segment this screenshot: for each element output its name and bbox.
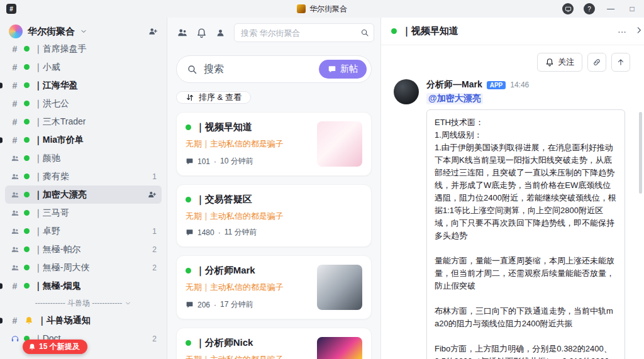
unread-indicator xyxy=(0,82,3,88)
collapse-panel-icon[interactable] xyxy=(635,26,643,35)
status-dot xyxy=(24,246,30,252)
sidebar-item-gongyouchai[interactable]: ｜龚有柴 1 xyxy=(5,167,162,185)
post-thumbnail xyxy=(317,121,362,167)
mentions-toast-label: 15 个新提及 xyxy=(39,341,80,352)
link-icon xyxy=(592,58,601,67)
maximize-button[interactable]: □ xyxy=(626,3,638,14)
status-dot xyxy=(24,137,30,143)
channel-label: ｜加密大漂亮 xyxy=(34,189,87,201)
status-dot xyxy=(24,119,30,124)
bell-icon xyxy=(545,58,554,67)
channel-label: ｜無極-周大侠 xyxy=(34,262,89,273)
question-icon: ? xyxy=(587,6,591,13)
comment-icon xyxy=(186,157,194,165)
window-app-icon: # xyxy=(6,4,16,14)
sort-view-button[interactable]: 排序 & 查看 xyxy=(176,91,251,104)
status-dot xyxy=(186,268,191,273)
hash-icon: # xyxy=(10,99,19,109)
forum-channel-icon xyxy=(10,191,19,199)
post-title: ｜交易答疑区 xyxy=(196,194,252,206)
forum-search-bar[interactable]: 搜索 新帖 xyxy=(176,55,372,83)
sidebar-item-shouxicaopanshou[interactable]: # ｜首席操盘手 xyxy=(5,40,162,58)
meta-separator: · xyxy=(218,228,221,237)
window-title-area: 华尔街聚合 xyxy=(297,0,347,18)
scroll-top-button[interactable] xyxy=(611,53,630,72)
copy-link-button[interactable] xyxy=(587,53,606,72)
unread-indicator xyxy=(0,283,3,289)
thread-panel: ｜视频早知道 ··· 关注 分析师—Mark APP 14:46 xyxy=(381,18,644,359)
post-card-fenxishi-mark[interactable]: ｜分析师Mark 无期｜主动私信的都是骗子 206 · 17 分钟前 xyxy=(176,255,372,319)
new-post-button[interactable]: 新帖 xyxy=(319,60,367,79)
members-icon[interactable] xyxy=(174,24,191,41)
display-mode-button[interactable] xyxy=(562,3,574,14)
sidebar-item-hongqigong[interactable]: # ｜洪七公 xyxy=(5,94,162,113)
unread-count: 2 xyxy=(152,334,157,343)
minimize-button[interactable]: — xyxy=(605,3,616,14)
comment-icon xyxy=(186,301,194,309)
channel-label: ｜颜驰 xyxy=(34,153,60,164)
post-subtitle: 无期｜主动私信的都是骗子 xyxy=(186,354,311,359)
mention[interactable]: @加密大漂亮 xyxy=(426,93,483,104)
comment-icon xyxy=(186,228,194,236)
author-name[interactable]: 分析师—Mark xyxy=(426,79,482,91)
sidebar-item-zhuoye[interactable]: ｜卓野 1 xyxy=(5,222,162,240)
post-card-fenxishi-nick[interactable]: ｜分析师Nick 无期｜主动私信的都是骗子 264 · 3 小时前 xyxy=(176,328,372,359)
hash-icon: # xyxy=(10,62,19,72)
unread-indicator xyxy=(0,137,3,143)
profile-icon[interactable] xyxy=(211,24,229,41)
scrollbar-thumb[interactable] xyxy=(639,112,642,194)
sidebar-item-jianghaihuaying[interactable]: # ｜江海华盈 xyxy=(5,76,162,94)
status-dot xyxy=(24,101,30,106)
category-label: ------------ 斗兽场 ------------ xyxy=(35,298,123,309)
category-doushouchang[interactable]: ------------ 斗兽场 ------------ xyxy=(0,295,167,311)
channel-list: # ｜首席操盘手 # ｜小威 # ｜江海华盈 # ｜洪七公 # xyxy=(0,40,167,359)
status-dot xyxy=(24,228,30,234)
new-mentions-toast[interactable]: 15 个新提及 xyxy=(23,340,87,354)
status-dot xyxy=(24,265,30,270)
status-dot xyxy=(186,197,191,202)
post-title: ｜视频早知道 xyxy=(196,121,252,133)
sidebar-item-xiaowei[interactable]: # ｜小威 xyxy=(5,58,162,76)
channel-label: ｜江海华盈 xyxy=(34,80,78,91)
status-dot xyxy=(24,283,30,289)
paragraph: 量能方面，量能一直逐周萎缩，本周上涨还未能放量，但当前才周二，还需观察后续量能能… xyxy=(435,255,617,292)
notifications-icon[interactable] xyxy=(192,24,210,41)
forum-channel-icon xyxy=(10,263,19,272)
add-member-icon[interactable] xyxy=(147,190,157,199)
server-logo-icon xyxy=(9,25,23,38)
follow-button[interactable]: 关注 xyxy=(537,53,582,72)
sidebar-item-sanmutrader[interactable]: # ｜三木Trader xyxy=(5,113,162,131)
hash-icon: # xyxy=(10,80,19,91)
post-title: ｜分析师Mark xyxy=(196,265,255,277)
hash-icon: # xyxy=(10,135,19,145)
comment-count: 206 xyxy=(197,301,210,309)
sidebar-item-wuji-zhoudaxia[interactable]: ｜無極-周大侠 2 xyxy=(5,258,162,277)
sidebar-item-yanchi[interactable]: ｜颜驰 xyxy=(5,149,162,167)
more-options-icon[interactable]: ··· xyxy=(618,26,626,36)
status-dot xyxy=(24,174,30,179)
sidebar-item-sanmage[interactable]: ｜三马哥 xyxy=(5,204,162,222)
invite-member-icon[interactable] xyxy=(148,26,158,36)
channel-label: ｜無極-帕尔 xyxy=(34,244,80,255)
sidebar-item-jiamidapiaoliang[interactable]: ｜加密大漂亮 xyxy=(5,185,162,204)
avatar[interactable] xyxy=(394,79,419,104)
sidebar-item-wuji-paer[interactable]: ｜無極-帕尔 2 xyxy=(5,240,162,258)
forum-channel-icon xyxy=(10,172,19,181)
post-subtitle: 无期｜主动私信的都是骗子 xyxy=(186,138,311,150)
sidebar-item-wuji-yangui[interactable]: # ｜無極-烟鬼 xyxy=(5,277,162,295)
channel-label: ｜首席操盘手 xyxy=(34,43,87,55)
post-title: ｜分析师Nick xyxy=(196,337,253,349)
window-title: 华尔街聚合 xyxy=(309,4,347,14)
status-dot xyxy=(186,124,191,130)
post-card-jiaoyidayiqu[interactable]: ｜交易答疑区 无期｜主动私信的都是骗子 1480 · 11 分钟前 xyxy=(176,184,372,247)
sidebar-item-doushouchang-tongzhi[interactable]: # ｜斗兽场通知 xyxy=(5,311,162,329)
post-card-shipinzaozhidao[interactable]: ｜视频早知道 无期｜主动私信的都是骗子 101 · 10 分钟前 xyxy=(176,112,372,176)
comment-count: 101 xyxy=(197,157,210,166)
arrow-up-icon xyxy=(616,58,625,67)
status-dot xyxy=(24,46,30,52)
paragraph: 1.周线级别： xyxy=(435,129,617,141)
post-list: 搜索 新帖 排序 & 查看 ｜视频早知道 无期｜主动私信的都是骗子 xyxy=(167,48,380,359)
sidebar-item-miashijiadan[interactable]: # ｜Mia市价单 xyxy=(5,131,162,149)
help-button[interactable]: ? xyxy=(584,3,595,14)
server-search-input[interactable] xyxy=(234,23,374,42)
